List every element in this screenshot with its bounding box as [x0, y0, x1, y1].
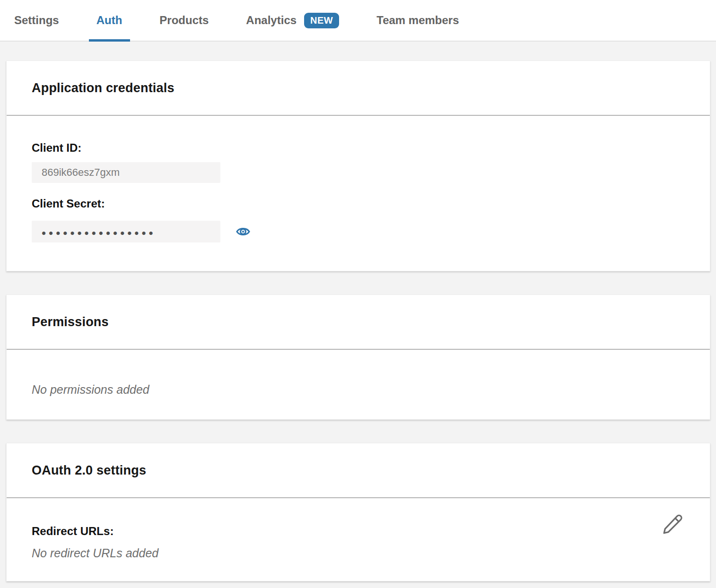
client-id-value: 869ik66esz7gxm — [42, 166, 120, 179]
tab-auth[interactable]: Auth — [96, 0, 122, 41]
client-secret-value-box: •••••••••••••••• — [32, 221, 220, 242]
main-content: Application credentials Client ID: 869ik… — [0, 42, 716, 581]
permissions-body: No permissions added — [7, 350, 710, 419]
permissions-header: Permissions — [7, 295, 710, 350]
oauth-settings-body: Redirect URLs: No redirect URLs added — [7, 498, 710, 581]
client-secret-label: Client Secret: — [32, 197, 685, 210]
tab-auth-label: Auth — [96, 14, 122, 27]
new-badge: NEW — [304, 13, 339, 28]
application-credentials-body: Client ID: 869ik66esz7gxm Client Secret:… — [7, 116, 710, 271]
client-secret-row: •••••••••••••••• — [32, 221, 685, 242]
redirect-urls-label: Redirect URLs: — [32, 525, 685, 538]
tab-products-label: Products — [159, 14, 209, 27]
application-credentials-title: Application credentials — [32, 81, 175, 95]
permissions-card: Permissions No permissions added — [6, 294, 710, 420]
edit-redirect-urls-button[interactable] — [662, 513, 683, 535]
oauth-settings-card: OAuth 2.0 settings Redirect URLs: No red… — [6, 443, 710, 581]
client-id-label: Client ID: — [32, 141, 685, 155]
application-credentials-header: Application credentials — [7, 61, 710, 116]
oauth-settings-title: OAuth 2.0 settings — [32, 463, 146, 478]
tab-settings-label: Settings — [14, 14, 59, 27]
permissions-title: Permissions — [32, 315, 109, 329]
tab-analytics-label: Analytics — [246, 14, 297, 27]
no-permissions-text: No permissions added — [32, 383, 685, 397]
client-id-value-box: 869ik66esz7gxm — [32, 162, 220, 183]
tab-bar: Settings Auth Products Analytics NEW Tea… — [0, 0, 716, 42]
no-redirect-urls-text: No redirect URLs added — [32, 546, 685, 560]
tab-products[interactable]: Products — [159, 0, 209, 41]
oauth-settings-header: OAuth 2.0 settings — [7, 443, 710, 498]
client-secret-masked-value: •••••••••••••••• — [42, 226, 156, 241]
eye-icon — [236, 225, 251, 239]
pencil-icon — [662, 513, 683, 535]
tab-settings[interactable]: Settings — [14, 0, 59, 41]
application-credentials-card: Application credentials Client ID: 869ik… — [6, 61, 710, 271]
tab-analytics[interactable]: Analytics NEW — [246, 0, 339, 41]
tab-team-members[interactable]: Team members — [376, 0, 459, 41]
reveal-secret-button[interactable] — [236, 225, 251, 239]
tab-team-members-label: Team members — [376, 14, 459, 27]
